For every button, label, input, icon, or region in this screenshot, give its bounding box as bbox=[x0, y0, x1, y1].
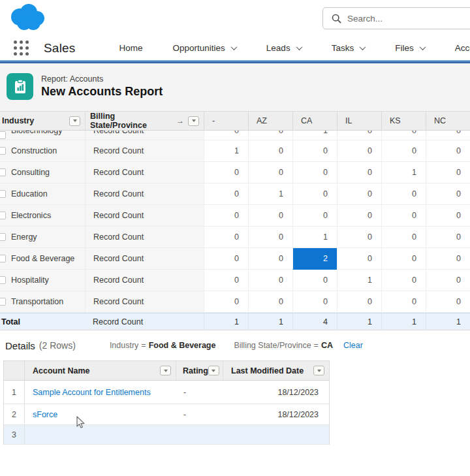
column-header-state[interactable]: IL bbox=[337, 112, 381, 130]
column-header-account-name[interactable]: Account Name bbox=[25, 361, 176, 380]
report-icon bbox=[7, 73, 33, 100]
row-number-header bbox=[4, 361, 25, 380]
row-checkbox[interactable] bbox=[0, 131, 6, 139]
table-row[interactable]: Food & Beverage Record Count 0 0 2 0 0 0 bbox=[0, 248, 470, 270]
row-checkbox[interactable] bbox=[0, 147, 6, 155]
app-navigation-bar: Sales Home Opportunities Leads Tasks Fil… bbox=[0, 36, 470, 60]
report-type-label: Report: Accounts bbox=[41, 74, 103, 84]
row-checkbox[interactable] bbox=[0, 255, 6, 262]
global-search-input[interactable]: Search... bbox=[322, 7, 470, 29]
row-checkbox[interactable] bbox=[0, 233, 6, 241]
details-bar: Details (2 Rows) Industry=Food & Beverag… bbox=[0, 330, 470, 360]
details-table: Account Name Rating Last Modified Date 1… bbox=[3, 360, 330, 445]
filter-dropdown-icon[interactable] bbox=[208, 366, 219, 375]
row-number: 1 bbox=[4, 381, 25, 404]
nav-item-leads[interactable]: Leads bbox=[251, 43, 317, 53]
report-header: Report: Accounts New Accounts Report bbox=[0, 63, 470, 111]
row-checkbox[interactable] bbox=[0, 298, 6, 306]
app-name[interactable]: Sales bbox=[44, 41, 76, 56]
table-row[interactable]: Transportation Record Count 0 0 0 0 0 0 bbox=[0, 291, 470, 313]
table-row[interactable]: Biotechnology Record Count 0 0 1 0 0 0 bbox=[0, 131, 470, 140]
date-cell: 18/12/2023 bbox=[223, 404, 329, 424]
details-header-row: Account Name Rating Last Modified Date bbox=[4, 361, 329, 381]
total-row: Total Record Count 1 1 4 1 1 1 bbox=[0, 313, 470, 330]
filter-chip-billing-state: Billing State/Province=CA bbox=[234, 341, 333, 350]
date-cell: 18/12/2023 bbox=[223, 381, 329, 404]
table-row: 3 bbox=[4, 425, 329, 445]
clear-filters-link[interactable]: Clear bbox=[343, 341, 363, 350]
nav-item-opportunities[interactable]: Opportunities bbox=[158, 43, 251, 53]
column-header-state[interactable]: AZ bbox=[248, 112, 292, 130]
table-row[interactable]: Education Record Count 0 1 0 0 0 0 bbox=[0, 183, 470, 205]
row-checkbox[interactable] bbox=[0, 276, 6, 284]
chevron-down-icon bbox=[419, 44, 426, 50]
total-label: Total bbox=[0, 313, 85, 330]
row-number: 2 bbox=[4, 404, 25, 424]
nav-items: Home Opportunities Leads Tasks Files Acc… bbox=[104, 43, 470, 53]
filter-dropdown-icon[interactable] bbox=[188, 116, 199, 126]
row-checkbox[interactable] bbox=[0, 212, 6, 219]
table-row[interactable]: Electronics Record Count 0 0 0 0 0 0 bbox=[0, 205, 470, 227]
chevron-down-icon bbox=[360, 44, 366, 50]
chevron-down-icon bbox=[296, 44, 302, 50]
account-link[interactable]: sForce bbox=[33, 410, 57, 419]
search-icon bbox=[332, 14, 341, 24]
pivot-header-row: Industry Billing State/Province → - AZ C… bbox=[0, 111, 470, 131]
mouse-cursor bbox=[76, 416, 86, 429]
details-row-count: (2 Rows) bbox=[39, 340, 76, 351]
app-launcher-icon[interactable] bbox=[14, 40, 29, 56]
column-header-state[interactable]: - bbox=[204, 112, 248, 130]
arrow-right-icon: → bbox=[176, 116, 184, 125]
filter-dropdown-icon[interactable] bbox=[160, 366, 171, 375]
filter-chip-industry: Industry=Food & Beverage bbox=[110, 341, 216, 350]
column-header-industry[interactable]: Industry bbox=[0, 112, 85, 130]
account-link[interactable]: Sample Account for Entitlements bbox=[33, 388, 151, 397]
search-placeholder: Search... bbox=[347, 14, 383, 24]
table-row[interactable]: Construction Record Count 1 0 0 0 0 0 bbox=[0, 140, 470, 162]
active-filters: Industry=Food & Beverage Billing State/P… bbox=[110, 341, 333, 350]
global-header: Search... bbox=[0, 0, 470, 36]
filter-dropdown-icon[interactable] bbox=[69, 116, 80, 126]
nav-item-accounts[interactable]: Accounts bbox=[440, 43, 470, 53]
table-row: 1 Sample Account for Entitlements - 18/1… bbox=[4, 381, 329, 404]
salesforce-report-page: Search... Sales Home Opportunities Leads… bbox=[0, 0, 470, 476]
rating-cell: - bbox=[176, 381, 223, 404]
chevron-down-icon bbox=[230, 44, 237, 50]
column-header-state[interactable]: CA bbox=[292, 112, 337, 130]
row-checkbox[interactable] bbox=[0, 168, 6, 176]
table-row: 2 sForce - 18/12/2023 bbox=[4, 404, 329, 425]
column-header-state[interactable]: KS bbox=[381, 112, 426, 130]
column-header-billing-state[interactable]: Billing State/Province → bbox=[85, 112, 204, 130]
row-number: 3 bbox=[4, 425, 25, 444]
column-header-state[interactable]: NC bbox=[426, 112, 470, 130]
nav-item-tasks[interactable]: Tasks bbox=[317, 43, 381, 53]
nav-item-files[interactable]: Files bbox=[380, 43, 440, 53]
row-checkbox[interactable] bbox=[0, 190, 6, 198]
nav-item-home[interactable]: Home bbox=[104, 43, 158, 53]
filter-dropdown-icon[interactable] bbox=[313, 366, 324, 375]
page-title: New Accounts Report bbox=[41, 85, 163, 99]
column-header-last-modified[interactable]: Last Modified Date bbox=[223, 361, 329, 380]
salesforce-logo-icon bbox=[7, 3, 50, 34]
table-row[interactable]: Consulting Record Count 0 0 0 0 1 0 bbox=[0, 162, 470, 183]
selected-cell[interactable]: 2 bbox=[292, 248, 337, 270]
column-header-rating[interactable]: Rating bbox=[176, 361, 223, 380]
rating-cell: - bbox=[176, 404, 223, 424]
pivot-table: Industry Billing State/Province → - AZ C… bbox=[0, 111, 470, 330]
details-title: Details bbox=[5, 340, 35, 351]
table-row[interactable]: Energy Record Count 0 0 1 0 0 0 bbox=[0, 227, 470, 248]
table-row[interactable]: Hospitality Record Count 0 0 0 1 0 0 bbox=[0, 270, 470, 291]
